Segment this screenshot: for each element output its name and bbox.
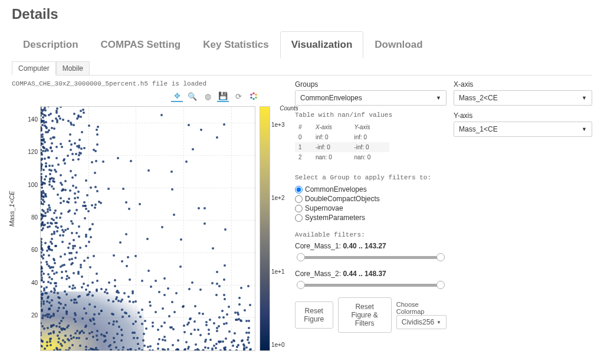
- available-filters-label: Available filters:: [295, 231, 447, 238]
- radio-doublecompactobjects[interactable]: [295, 195, 303, 203]
- groups-select[interactable]: CommonEnvelopes: [295, 90, 447, 106]
- filter-group-radios: CommonEnvelopes DoubleCompactObjects Sup…: [295, 185, 447, 222]
- y-axis-select-label: Y-axis: [454, 112, 592, 120]
- radio-systemparameters[interactable]: [295, 214, 303, 222]
- filter-core-mass-1-label: Core_Mass_1: 0.40 .. 143.27: [295, 242, 447, 250]
- nan-table-title: Table with nan/inf values: [295, 112, 447, 119]
- filter-core-mass-2-slider[interactable]: [295, 280, 447, 290]
- colormap-select[interactable]: Cividis256: [396, 315, 447, 329]
- filter-group-prompt: Select a Group to apply filters to:: [295, 174, 447, 181]
- pan-icon[interactable]: ✥: [171, 90, 183, 102]
- main-tabs: Description COMPAS Setting Key Statistic…: [12, 31, 592, 58]
- svg-point-3: [252, 98, 255, 100]
- svg-point-0: [252, 92, 255, 94]
- x-axis-select[interactable]: Mass_2<CE: [454, 90, 592, 106]
- svg-point-2: [255, 97, 257, 99]
- tab-description[interactable]: Description: [12, 31, 90, 58]
- y-axis-select[interactable]: Mass_1<CE: [454, 122, 592, 137]
- plot-toolbar: ✥ 🔍 ◍ 💾 ⟳: [12, 90, 289, 102]
- filter-core-mass-1-slider[interactable]: [295, 252, 447, 263]
- zoom-icon[interactable]: 🔍: [186, 90, 198, 102]
- colormap-label: Choose Colormap: [396, 301, 447, 315]
- tab-visualization[interactable]: Visualization: [280, 31, 364, 58]
- svg-point-1: [255, 94, 257, 96]
- tab-key-statistics[interactable]: Key Statistics: [192, 31, 280, 58]
- radio-supernovae[interactable]: [295, 205, 303, 212]
- reset-figure-button[interactable]: Reset Figure: [295, 301, 333, 329]
- page-title: Details: [12, 6, 592, 22]
- radio-commonenvelopes[interactable]: [295, 186, 303, 194]
- save-icon[interactable]: 💾: [217, 90, 229, 102]
- sub-tabs: Computer Mobile: [12, 61, 592, 76]
- subtab-computer[interactable]: Computer: [12, 61, 56, 76]
- tab-compas-setting[interactable]: COMPAS Setting: [90, 31, 192, 58]
- reset-icon[interactable]: ⟳: [232, 90, 244, 102]
- svg-point-5: [250, 94, 252, 96]
- nan-table: #X-axisY-axis 0inf: 0inf: 0 1-inf: 0-inf…: [295, 122, 389, 162]
- reset-figure-filters-button[interactable]: Reset Figure & Filters: [338, 297, 392, 333]
- bokeh-logo-icon[interactable]: [248, 90, 260, 102]
- y-ticks: 20 40 60 80 100 120 140: [22, 106, 39, 351]
- x-axis-select-label: X-axis: [454, 80, 592, 88]
- subtab-mobile[interactable]: Mobile: [56, 61, 90, 75]
- scatter-plot[interactable]: Mass_1<CE 20 40 60 80 100 120 140: [12, 103, 289, 364]
- y-axis-label: Mass_1<CE: [8, 191, 15, 226]
- tab-download[interactable]: Download: [363, 31, 434, 58]
- colorbar: Counts 1e+0 1e+1 1e+2 1e+3: [260, 106, 288, 351]
- svg-point-4: [250, 97, 252, 99]
- file-status: COMPAS_CHE_30xZ_3000000_5percent.h5 file…: [12, 80, 289, 87]
- filter-core-mass-2-label: Core_Mass_2: 0.44 .. 148.37: [295, 270, 447, 278]
- wheel-zoom-icon[interactable]: ◍: [202, 90, 214, 102]
- groups-label: Groups: [295, 80, 447, 88]
